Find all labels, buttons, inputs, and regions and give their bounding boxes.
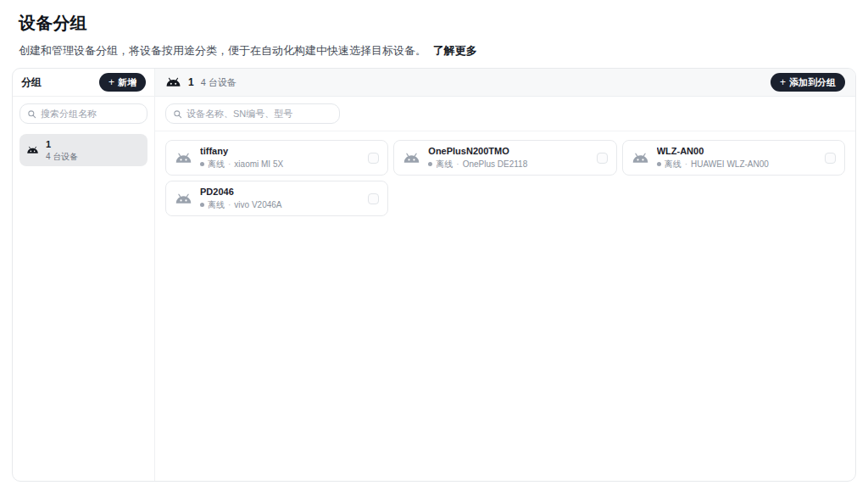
device-checkbox[interactable] (825, 153, 836, 164)
offline-status-dot (428, 162, 432, 166)
current-group-name: 1 (188, 76, 194, 88)
device-meta: 离线 · vivo V2046A (200, 199, 360, 211)
device-status: 离线 (436, 159, 453, 170)
device-status: 离线 (665, 159, 682, 170)
group-search-input[interactable] (41, 109, 140, 119)
device-search-row (155, 97, 855, 131)
device-model: xiaomi MI 5X (234, 159, 283, 170)
plus-icon: + (108, 77, 114, 87)
device-name: PD2046 (200, 186, 360, 198)
sidebar-search-wrap (13, 97, 154, 131)
device-name: WLZ-AN00 (657, 145, 817, 158)
group-detail-main: 1 4 台设备 + 添加到分组 (155, 69, 855, 481)
device-card-grid: tiffany 离线 · xiaomi MI 5X OnePlusN200TMO (155, 131, 855, 225)
meta-separator: · (685, 159, 687, 170)
group-search-box (19, 103, 147, 124)
group-list-item[interactable]: 1 4 台设备 (19, 134, 147, 166)
device-card[interactable]: PD2046 离线 · vivo V2046A (165, 181, 388, 216)
android-icon (403, 153, 420, 164)
device-checkbox[interactable] (368, 193, 379, 204)
device-meta: 离线 · xiaomi MI 5X (200, 159, 360, 170)
page-subtitle: 创建和管理设备分组，将设备按用途分类，便于在自动化构建中快速选择目标设备。 了解… (19, 43, 849, 59)
meta-separator: · (456, 159, 459, 170)
learn-more-link[interactable]: 了解更多 (433, 44, 477, 57)
device-checkbox[interactable] (597, 153, 608, 164)
offline-status-dot (200, 162, 204, 166)
device-model: vivo V2046A (234, 199, 281, 211)
meta-separator: · (228, 159, 231, 170)
device-status: 离线 (208, 199, 225, 211)
add-group-button[interactable]: + 新增 (99, 73, 146, 92)
device-card-text: WLZ-AN00 离线 · HUAWEI WLZ-AN00 (657, 145, 817, 170)
search-icon (27, 109, 36, 119)
plus-icon: + (780, 77, 786, 87)
page-subtitle-text: 创建和管理设备分组，将设备按用途分类，便于在自动化构建中快速选择目标设备。 (19, 44, 426, 57)
group-item-count: 4 台设备 (46, 151, 78, 163)
add-to-group-button[interactable]: + 添加到分组 (771, 73, 845, 92)
offline-status-dot (200, 203, 204, 207)
device-card[interactable]: tiffany 离线 · xiaomi MI 5X (165, 140, 388, 176)
groups-panel: 分组 + 新增 (12, 68, 856, 482)
current-group-device-count: 4 台设备 (201, 76, 236, 89)
meta-separator: · (228, 199, 231, 211)
device-search-input[interactable] (186, 109, 332, 119)
device-model: HUAWEI WLZ-AN00 (691, 159, 769, 170)
page-header: 设备分组 创建和管理设备分组，将设备按用途分类，便于在自动化构建中快速选择目标设… (0, 0, 868, 59)
device-card[interactable]: WLZ-AN00 离线 · HUAWEI WLZ-AN00 (622, 140, 845, 176)
groups-sidebar: 分组 + 新增 (13, 69, 155, 481)
android-icon (632, 153, 649, 164)
sidebar-title: 分组 (21, 75, 42, 90)
page-title: 设备分组 (19, 12, 849, 35)
device-card[interactable]: OnePlusN200TMO 离线 · OnePlus DE2118 (393, 140, 616, 176)
device-card-text: OnePlusN200TMO 离线 · OnePlus DE2118 (428, 145, 588, 170)
device-name: tiffany (200, 145, 360, 158)
device-card-text: tiffany 离线 · xiaomi MI 5X (200, 145, 360, 170)
android-icon (175, 193, 192, 204)
device-search-box (165, 103, 340, 124)
device-status: 离线 (208, 159, 225, 170)
device-name: OnePlusN200TMO (428, 145, 588, 158)
group-item-name: 1 (46, 138, 78, 151)
device-checkbox[interactable] (368, 153, 379, 164)
group-detail-header: 1 4 台设备 + 添加到分组 (155, 69, 855, 97)
android-icon (175, 153, 192, 164)
search-icon (173, 109, 182, 119)
device-meta: 离线 · OnePlus DE2118 (428, 159, 588, 170)
device-meta: 离线 · HUAWEI WLZ-AN00 (657, 159, 817, 170)
device-groups-page: 设备分组 创建和管理设备分组，将设备按用途分类，便于在自动化构建中快速选择目标设… (0, 0, 868, 491)
device-model: OnePlus DE2118 (463, 159, 528, 170)
add-to-group-button-label: 添加到分组 (789, 78, 836, 87)
group-item-text: 1 4 台设备 (46, 138, 78, 162)
offline-status-dot (657, 162, 661, 166)
group-detail-header-left: 1 4 台设备 (165, 76, 236, 89)
device-card-text: PD2046 离线 · vivo V2046A (200, 186, 360, 210)
group-list: 1 4 台设备 (13, 131, 154, 170)
add-group-button-label: 新增 (118, 78, 136, 87)
android-icon (26, 146, 39, 154)
android-icon (165, 77, 181, 87)
sidebar-header: 分组 + 新增 (13, 69, 154, 97)
